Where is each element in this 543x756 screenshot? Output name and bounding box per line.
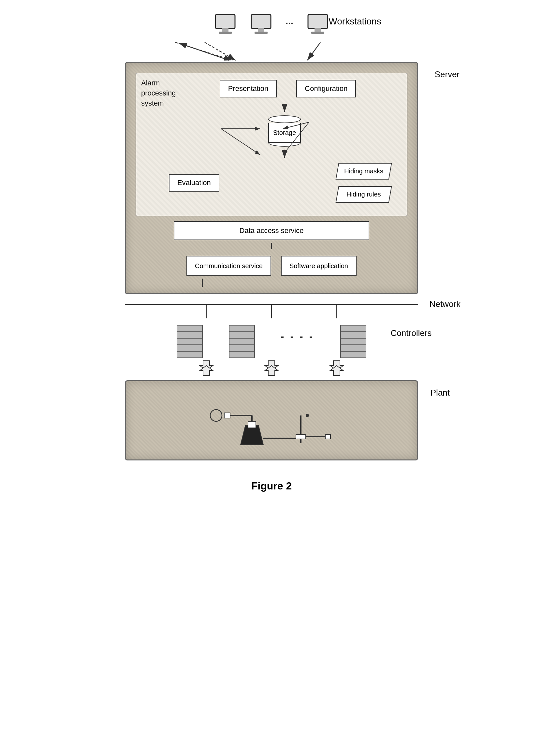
workstations-label: Workstations [329, 16, 381, 27]
workstation-3 [306, 13, 329, 36]
software-application-box: Software application [281, 256, 357, 276]
svg-rect-47 [325, 434, 330, 439]
evaluation-box: Evaluation [169, 174, 219, 192]
hiding-masks-box: Hiding masks [335, 163, 392, 180]
configuration-box: Configuration [296, 80, 356, 97]
workstation-arrows [125, 39, 418, 65]
svg-rect-8 [311, 32, 324, 34]
svg-rect-0 [215, 15, 235, 28]
svg-rect-38 [224, 413, 230, 418]
svg-point-37 [210, 410, 222, 421]
svg-line-22 [283, 122, 309, 129]
svg-rect-7 [315, 28, 321, 32]
svg-rect-4 [258, 28, 264, 32]
svg-line-23 [283, 122, 309, 155]
svg-rect-45 [296, 434, 306, 439]
svg-rect-1 [222, 28, 228, 32]
network-to-controllers-lines [174, 305, 369, 318]
svg-rect-6 [308, 15, 328, 28]
svg-point-49 [306, 414, 309, 417]
presentation-box: Presentation [220, 80, 277, 97]
network-section: Network [125, 304, 418, 305]
controller-stack-2 [229, 325, 255, 357]
data-access-row: Data access service [136, 221, 407, 240]
comm-to-network-line [199, 279, 206, 287]
svg-rect-42 [248, 421, 256, 428]
figure-label: Figure 2 [251, 480, 292, 492]
data-access-box: Data access service [174, 221, 369, 240]
controllers-row: Controllers [177, 325, 367, 357]
plant-svg-area [136, 391, 407, 450]
comm-software-row: Communication service Software applicati… [136, 256, 407, 276]
svg-rect-3 [251, 15, 271, 28]
server-label: Server [434, 69, 460, 80]
controller-2 [229, 325, 255, 357]
plant-diagram [190, 393, 353, 448]
network-line: Network [125, 304, 418, 305]
controller-stack-3 [340, 325, 366, 357]
server-box: Server Alarmprocessingsystem Presentatio… [125, 62, 418, 294]
controller-to-plant-arrows [174, 359, 369, 377]
workstation-2 [250, 13, 272, 36]
svg-line-13 [307, 42, 320, 60]
hiding-area: Hiding masks Hiding rules [337, 163, 390, 203]
controller-1 [177, 325, 203, 357]
plant-box: Plant [125, 380, 418, 460]
svg-line-21 [221, 129, 260, 155]
svg-rect-2 [219, 32, 232, 34]
controllers-label: Controllers [391, 328, 432, 338]
workstations-row: ... Workstations [214, 13, 329, 42]
controller-3 [340, 325, 366, 357]
alarm-processing-label: Alarmprocessingsystem [141, 78, 176, 108]
pres-to-storage-arrow [281, 104, 288, 114]
controllers-ellipsis: - - - - [281, 331, 315, 342]
workstation-1 [214, 13, 237, 36]
diagram-container: ... Workstations [92, 13, 451, 492]
data-to-comm-line [268, 243, 275, 249]
hiding-rules-box: Hiding rules [335, 186, 392, 203]
network-label: Network [430, 299, 461, 309]
server-top-row: Presentation Configuration [143, 80, 400, 97]
plant-label: Plant [431, 388, 450, 398]
svg-rect-5 [255, 32, 268, 34]
communication-service-box: Communication service [186, 256, 271, 276]
controller-stack-1 [177, 325, 203, 357]
server-inner: Alarmprocessingsystem Presentation Confi… [136, 73, 407, 216]
workstations-ellipsis: ... [286, 16, 293, 26]
server-mid-row: Evaluation [143, 163, 400, 203]
hiding-arrows [218, 119, 348, 171]
svg-line-14 [179, 43, 229, 60]
